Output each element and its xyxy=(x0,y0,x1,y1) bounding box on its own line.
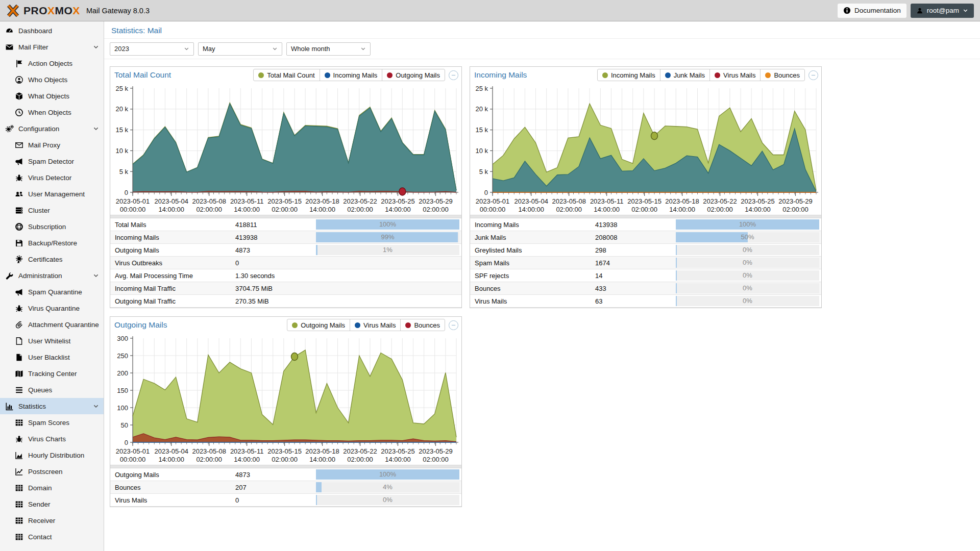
sidebar-item-statistics[interactable]: Statistics xyxy=(0,398,104,414)
sidebar-item-certificates[interactable]: Certificates xyxy=(0,251,104,267)
stat-row-virus-mails: Virus Mails630% xyxy=(470,295,821,308)
sidebar-item-label: Configuration xyxy=(18,125,59,133)
sidebar-item-what-objects[interactable]: What Objects xyxy=(0,88,104,104)
stat-label: Outgoing Mails xyxy=(110,246,235,254)
sidebar-item-label: User Whitelist xyxy=(28,337,70,345)
sidebar-item-subscription[interactable]: Subscription xyxy=(0,218,104,235)
sidebar-item-attachment-quarantine[interactable]: Attachment Quarantine xyxy=(0,316,104,333)
sidebar-item-postscreen[interactable]: Postscreen xyxy=(0,463,104,480)
sidebar-item-label: Virus Charts xyxy=(28,435,66,443)
sidebar-item-configuration[interactable]: Configuration xyxy=(0,120,104,137)
stat-label: Incoming Mail Traffic xyxy=(110,285,235,292)
collapse-panel-button[interactable] xyxy=(449,320,458,330)
sidebar-item-virus-quarantine[interactable]: Virus Quarantine xyxy=(0,300,104,316)
server-icon xyxy=(15,206,23,215)
incoming-mails-panel: Incoming Mails Incoming MailsJunk MailsV… xyxy=(470,66,822,308)
stat-row-incoming-mails: Incoming Mails41393899% xyxy=(110,231,461,244)
svg-text:02:00:00: 02:00:00 xyxy=(196,206,222,213)
svg-text:02:00:00: 02:00:00 xyxy=(196,456,222,463)
legend-toggle-incoming-mails[interactable]: Incoming Mails xyxy=(320,69,383,81)
minus-icon xyxy=(450,322,457,329)
sidebar-item-spam-quarantine[interactable]: Spam Quarantine xyxy=(0,284,104,300)
sidebar-item-dashboard[interactable]: Dashboard xyxy=(0,22,104,39)
sidebar-item-label: Queues xyxy=(28,386,52,394)
month-select[interactable]: May xyxy=(198,42,282,56)
svg-text:0: 0 xyxy=(125,189,128,196)
svg-text:15 k: 15 k xyxy=(115,126,128,134)
outgoing-mails-panel: Outgoing Mails Outgoing MailsVirus Mails… xyxy=(110,316,462,507)
sidebar-item-administration[interactable]: Administration xyxy=(0,267,104,284)
stat-label: Junk Mails xyxy=(470,234,595,241)
legend-toggle-incoming-mails[interactable]: Incoming Mails xyxy=(597,69,660,81)
stat-label: Spam Mails xyxy=(470,259,595,267)
sidebar-item-spam-detector[interactable]: Spam Detector xyxy=(0,153,104,169)
legend-toggle-virus-mails[interactable]: Virus Mails xyxy=(709,69,761,81)
legend-toggle-virus-mails[interactable]: Virus Mails xyxy=(350,319,401,331)
sidebar-item-hourly-distribution[interactable]: Hourly Distribution xyxy=(0,447,104,463)
legend-toggle-junk-mails[interactable]: Junk Mails xyxy=(660,69,710,81)
chevron-down-icon xyxy=(93,403,99,409)
stat-percent-cell: 50% xyxy=(676,232,819,242)
sidebar-item-label: Domain xyxy=(28,484,52,492)
main-content: Statistics: Mail 2023 May Whole month To… xyxy=(104,21,980,551)
chart-bar-icon xyxy=(5,402,14,411)
sidebar-item-tracking-center[interactable]: Tracking Center xyxy=(0,365,104,382)
sidebar-item-queues[interactable]: Queues xyxy=(0,382,104,398)
stat-label: Virus Mails xyxy=(110,496,235,504)
legend-dot xyxy=(665,72,671,78)
sidebar-item-receiver[interactable]: Receiver xyxy=(0,512,104,529)
legend-toggle-outgoing-mails[interactable]: Outgoing Mails xyxy=(287,319,350,331)
sidebar: DashboardMail FilterAction ObjectsWho Ob… xyxy=(0,21,104,551)
stat-value: 1674 xyxy=(595,259,672,267)
sidebar-item-user-whitelist[interactable]: User Whitelist xyxy=(0,333,104,349)
sidebar-item-label: User Management xyxy=(28,190,85,198)
sidebar-item-domain[interactable]: Domain xyxy=(0,480,104,496)
sidebar-item-sender[interactable]: Sender xyxy=(0,496,104,512)
chevron-down-icon xyxy=(93,44,99,50)
stat-row-virus-mails: Virus Mails00% xyxy=(110,494,461,507)
range-select[interactable]: Whole month xyxy=(286,42,371,56)
stat-label: Bounces xyxy=(110,484,235,491)
sidebar-item-mail-proxy[interactable]: Mail Proxy xyxy=(0,137,104,153)
documentation-button[interactable]: Documentation xyxy=(838,4,906,18)
sidebar-item-spam-scores[interactable]: Spam Scores xyxy=(0,414,104,431)
sidebar-item-virus-detector[interactable]: Virus Detector xyxy=(0,169,104,186)
svg-text:0: 0 xyxy=(484,189,488,196)
sidebar-item-virus-charts[interactable]: Virus Charts xyxy=(0,431,104,447)
legend-dot xyxy=(765,72,771,78)
svg-text:14:00:00: 14:00:00 xyxy=(385,206,411,213)
collapse-panel-button[interactable] xyxy=(808,70,818,80)
chevron-down-icon xyxy=(93,126,99,132)
sidebar-item-user-blacklist[interactable]: User Blacklist xyxy=(0,349,104,365)
legend-dot xyxy=(258,72,264,78)
sidebar-item-user-management[interactable]: User Management xyxy=(0,186,104,202)
stat-percent-cell: 100% xyxy=(316,469,459,480)
svg-text:14:00:00: 14:00:00 xyxy=(158,456,184,463)
legend-toggle-bounces[interactable]: Bounces xyxy=(760,69,805,81)
sidebar-item-cluster[interactable]: Cluster xyxy=(0,202,104,218)
envelope-icon xyxy=(5,43,14,52)
user-menu-button[interactable]: root@pam xyxy=(911,4,974,18)
sidebar-item-when-objects[interactable]: When Objects xyxy=(0,104,104,120)
gears-icon xyxy=(5,124,14,133)
table-icon xyxy=(15,418,23,427)
collapse-panel-button[interactable] xyxy=(449,70,458,80)
legend-toggle-total-mail-count[interactable]: Total Mail Count xyxy=(253,69,320,81)
table-icon xyxy=(15,484,23,492)
legend-label: Incoming Mails xyxy=(611,71,655,79)
legend-toggle-bounces[interactable]: Bounces xyxy=(400,319,445,331)
sidebar-item-mail-filter[interactable]: Mail Filter xyxy=(0,39,104,55)
sidebar-item-contact[interactable]: Contact xyxy=(0,529,104,545)
svg-text:10 k: 10 k xyxy=(475,147,488,155)
stat-percent-cell: 0% xyxy=(676,270,819,281)
year-select[interactable]: 2023 xyxy=(110,42,194,56)
svg-text:02:00:00: 02:00:00 xyxy=(347,456,373,463)
svg-text:14:00:00: 14:00:00 xyxy=(234,206,260,213)
sidebar-item-action-objects[interactable]: Action Objects xyxy=(0,55,104,71)
sidebar-item-who-objects[interactable]: Who Objects xyxy=(0,71,104,88)
sidebar-item-label: When Objects xyxy=(28,109,71,116)
svg-text:02:00:00: 02:00:00 xyxy=(423,206,449,213)
legend-toggle-outgoing-mails[interactable]: Outgoing Mails xyxy=(382,69,445,81)
sidebar-item-backup-restore[interactable]: Backup/Restore xyxy=(0,235,104,251)
svg-text:2023-05-08: 2023-05-08 xyxy=(192,447,226,455)
